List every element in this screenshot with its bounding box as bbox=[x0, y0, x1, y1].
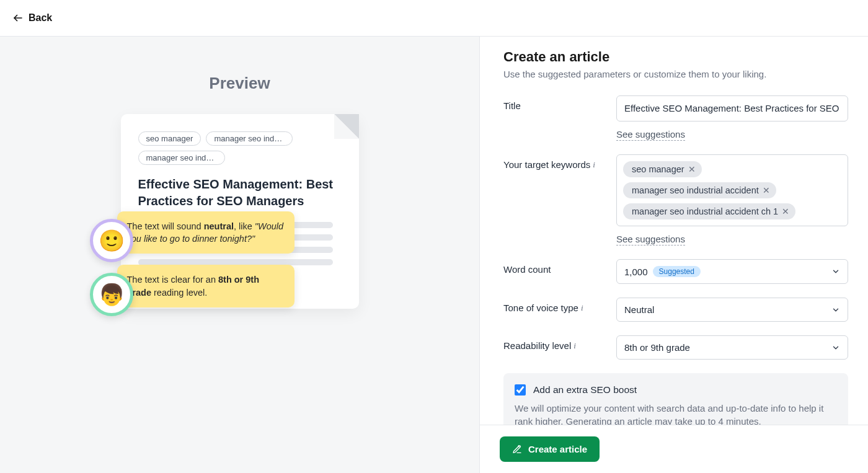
create-article-label: Create article bbox=[528, 444, 587, 454]
keyword-text: seo manager bbox=[632, 164, 684, 174]
suggested-badge: Suggested bbox=[653, 266, 701, 277]
form-heading: Create an article bbox=[503, 49, 848, 65]
keywords-input[interactable]: seo manager ✕ manager seo industrial acc… bbox=[616, 154, 848, 226]
see-suggestions-keywords[interactable]: See suggestions bbox=[616, 234, 685, 245]
keyword-chip: manager seo industrial accident ch 1 ✕ bbox=[623, 203, 795, 219]
tone-label: Tone of voice type bbox=[503, 303, 578, 313]
info-icon[interactable]: i bbox=[574, 341, 576, 351]
readability-value: 8th or 9th grade bbox=[624, 342, 690, 353]
form-subheading: Use the suggested parameters or customiz… bbox=[503, 69, 848, 79]
back-button[interactable]: Back bbox=[12, 12, 52, 24]
pencil-sparkle-icon bbox=[512, 444, 522, 454]
keyword-chip: seo manager ✕ bbox=[623, 161, 702, 177]
tone-avatar-emoji: 🙂 bbox=[90, 219, 133, 262]
title-label: Title bbox=[503, 95, 616, 111]
preview-tag: manager seo industri… bbox=[138, 151, 225, 165]
chevron-down-icon bbox=[831, 343, 840, 352]
seo-boost-label[interactable]: Add an extra SEO boost bbox=[533, 384, 637, 396]
remove-keyword-icon[interactable]: ✕ bbox=[782, 207, 789, 216]
chevron-down-icon bbox=[831, 306, 840, 314]
preview-card: seo manager manager seo industri… manage… bbox=[121, 114, 359, 309]
wordcount-label: Word count bbox=[503, 259, 616, 275]
preview-heading: Preview bbox=[209, 74, 270, 93]
title-input[interactable] bbox=[616, 95, 848, 122]
chevron-down-icon bbox=[831, 267, 840, 276]
remove-keyword-icon[interactable]: ✕ bbox=[688, 165, 696, 174]
seo-boost-checkbox[interactable] bbox=[515, 384, 526, 396]
keyword-text: manager seo industrial accident bbox=[632, 185, 759, 195]
info-icon[interactable]: i bbox=[593, 160, 595, 170]
arrow-left-icon bbox=[12, 12, 24, 24]
readability-label: Readability level bbox=[503, 340, 571, 351]
preview-panel: Preview seo manager manager seo industri… bbox=[0, 37, 480, 473]
create-article-button[interactable]: Create article bbox=[500, 436, 600, 462]
preview-tag: manager seo industri… bbox=[206, 131, 293, 146]
preview-article-title: Effective SEO Management: Best Practices… bbox=[138, 176, 342, 210]
tone-select[interactable]: Neutral bbox=[616, 298, 848, 322]
wordcount-value: 1,000 bbox=[624, 267, 648, 277]
page-fold-icon bbox=[334, 114, 359, 139]
tone-value: Neutral bbox=[624, 304, 654, 315]
readability-select[interactable]: 8th or 9th grade bbox=[616, 335, 848, 360]
info-icon[interactable]: i bbox=[581, 303, 583, 313]
readability-avatar-emoji: 👦 bbox=[90, 273, 133, 316]
keyword-chip: manager seo industrial accident ✕ bbox=[623, 182, 776, 198]
keyword-text: manager seo industrial accident ch 1 bbox=[632, 206, 778, 216]
preview-tag: seo manager bbox=[138, 131, 202, 146]
preview-tags: seo manager manager seo industri… manage… bbox=[138, 131, 342, 165]
keywords-label: Your target keywords bbox=[503, 159, 590, 170]
remove-keyword-icon[interactable]: ✕ bbox=[763, 186, 770, 195]
readability-callout: The text is clear for an 8th or 9th grad… bbox=[117, 265, 294, 307]
see-suggestions-title[interactable]: See suggestions bbox=[616, 129, 685, 141]
back-label: Back bbox=[29, 12, 52, 24]
form-panel: Create an article Use the suggested para… bbox=[480, 37, 868, 473]
seo-boost-box: Add an extra SEO boost We will optimize … bbox=[503, 373, 848, 425]
seo-boost-description: We will optimize your content with searc… bbox=[515, 402, 837, 425]
tone-callout: The text will sound neutral, like "Would… bbox=[117, 211, 294, 254]
wordcount-select[interactable]: 1,000 Suggested bbox=[616, 259, 848, 284]
